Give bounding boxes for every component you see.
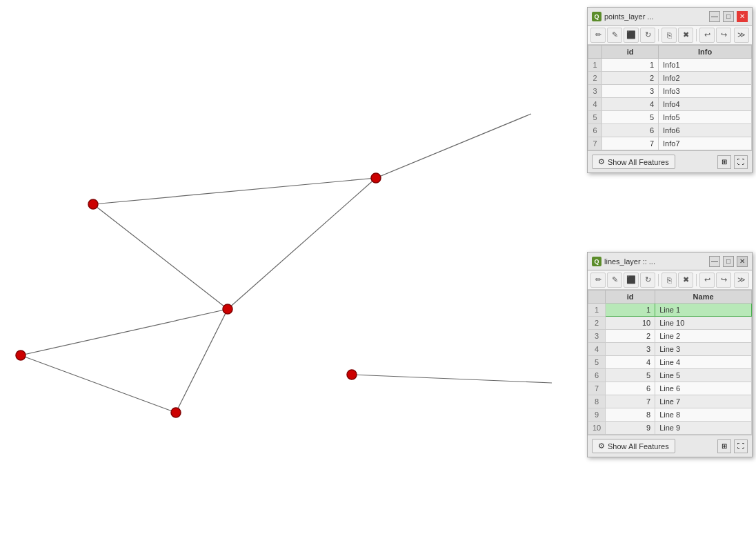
row-num: 3 (588, 330, 606, 343)
info-cell: Info3 (659, 85, 752, 98)
table-row[interactable]: 4 4 Info4 (588, 98, 752, 111)
panel2-toolbar: ✏ ✎ ⬛ ↻ ⎘ ✖ ↩ ↪ ≫ (588, 270, 752, 290)
row-num: 5 (588, 356, 606, 369)
panel2-copy-btn[interactable]: ⎘ (662, 273, 677, 288)
table-row[interactable]: 7 6 Line 6 (588, 382, 752, 395)
panel2-table-scroll[interactable]: id Name 1 1 Line 1 2 10 Line 10 3 2 Line… (588, 290, 752, 435)
name-cell: Line 8 (655, 408, 752, 422)
panel2-grid-icon[interactable]: ⊞ (717, 439, 731, 453)
panel1-titlebar: Q points_layer ... — □ ✕ (588, 8, 752, 26)
panel1-separator1 (658, 29, 659, 41)
row-num: 9 (588, 408, 606, 422)
panel2-redo-btn[interactable]: ↪ (716, 273, 731, 288)
panel1-undo-btn[interactable]: ↩ (699, 28, 715, 43)
panel2-separator1 (658, 274, 659, 286)
id-cell: 8 (606, 408, 655, 422)
table-row[interactable]: 6 6 Info6 (588, 124, 752, 137)
map-point (223, 304, 232, 314)
panel1-show-all-btn[interactable]: ⚙ Show All Features (592, 155, 675, 169)
table-row[interactable]: 1 1 Line 1 (588, 304, 752, 317)
table-row[interactable]: 2 2 Info2 (588, 72, 752, 85)
table-row[interactable]: 9 8 Line 8 (588, 408, 752, 422)
row-num: 1 (588, 304, 606, 317)
table-row[interactable]: 3 2 Line 2 (588, 330, 752, 343)
table-row[interactable]: 7 7 Info7 (588, 137, 752, 150)
panel2-save-btn[interactable]: ⬛ (624, 273, 639, 288)
info-cell: Info5 (659, 111, 752, 124)
map-line (228, 178, 376, 309)
panel1-bottombar: ⚙ Show All Features ⊞ ⛶ (588, 150, 752, 172)
panel1-minimize-btn[interactable]: — (709, 11, 720, 22)
map-line (93, 204, 228, 309)
map-line (352, 375, 552, 383)
panel1-title-buttons: — □ ✕ (709, 11, 748, 22)
panel1-refresh-btn[interactable]: ↻ (640, 28, 655, 43)
table-row[interactable]: 8 7 Line 7 (588, 395, 752, 408)
panel2-edit-btn[interactable]: ✎ (607, 273, 622, 288)
name-cell: Line 6 (655, 382, 752, 395)
panel1-table-scroll[interactable]: id Info 1 1 Info1 2 2 Info2 3 3 Info3 4 … (588, 45, 752, 150)
panel2-undo-btn[interactable]: ↩ (699, 273, 715, 288)
table-row[interactable]: 1 1 Info1 (588, 59, 752, 72)
panel2-title-buttons: — □ ✕ (709, 256, 748, 267)
panel2-more-btn[interactable]: ≫ (734, 273, 749, 288)
row-num: 10 (588, 422, 606, 435)
name-cell: Line 9 (655, 422, 752, 435)
panel1-col-info: Info (659, 46, 752, 59)
panel2-minimize-btn[interactable]: — (709, 256, 720, 267)
panel1-maximize-btn[interactable]: □ (723, 11, 734, 22)
panel1-pencil-btn[interactable]: ✏ (590, 28, 606, 43)
panel1-filter-icon: ⚙ (598, 157, 605, 166)
table-row[interactable]: 4 3 Line 3 (588, 343, 752, 356)
name-cell: Line 5 (655, 369, 752, 382)
map-line (21, 309, 228, 355)
row-num: 4 (588, 343, 606, 356)
id-cell: 3 (606, 343, 655, 356)
panel2-table: id Name 1 1 Line 1 2 10 Line 10 3 2 Line… (588, 290, 752, 435)
table-row[interactable]: 5 4 Line 4 (588, 356, 752, 369)
panel1-more-btn[interactable]: ≫ (734, 28, 749, 43)
panel1-redo-btn[interactable]: ↪ (716, 28, 731, 43)
table-row[interactable]: 10 9 Line 9 (588, 422, 752, 435)
table-row[interactable]: 6 5 Line 5 (588, 369, 752, 382)
map-point (347, 370, 357, 379)
panel2-filter-icon: ⚙ (598, 442, 605, 451)
panel2-pencil-btn[interactable]: ✏ (590, 273, 606, 288)
panel1-col-empty (588, 46, 602, 59)
panel1-expand-icon[interactable]: ⛶ (734, 155, 748, 169)
id-cell: 6 (602, 124, 659, 137)
name-cell: Line 2 (655, 330, 752, 343)
map-svg (0, 0, 573, 554)
points-layer-panel: Q points_layer ... — □ ✕ ✏ ✎ ⬛ ↻ ⎘ ✖ ↩ ↪… (587, 7, 753, 173)
row-num: 4 (588, 98, 602, 111)
panel1-copy-btn[interactable]: ⎘ (662, 28, 677, 43)
name-cell: Line 3 (655, 343, 752, 356)
panel2-delete-btn[interactable]: ✖ (678, 273, 693, 288)
panel2-show-all-btn[interactable]: ⚙ Show All Features (592, 439, 675, 453)
map-line (376, 114, 531, 178)
row-num: 2 (588, 317, 606, 330)
map-canvas (0, 0, 573, 554)
panel2-bottombar: ⚙ Show All Features ⊞ ⛶ (588, 435, 752, 457)
id-cell: 5 (606, 369, 655, 382)
map-line (21, 355, 176, 413)
panel1-close-btn[interactable]: ✕ (737, 11, 748, 22)
id-cell: 6 (606, 382, 655, 395)
panel1-grid-icon[interactable]: ⊞ (717, 155, 731, 169)
panel2-close-btn[interactable]: ✕ (737, 256, 748, 267)
name-cell: Line 7 (655, 395, 752, 408)
panel1-delete-btn[interactable]: ✖ (678, 28, 693, 43)
row-num: 2 (588, 72, 602, 85)
table-row[interactable]: 3 3 Info3 (588, 85, 752, 98)
table-row[interactable]: 2 10 Line 10 (588, 317, 752, 330)
panel1-save-btn[interactable]: ⬛ (624, 28, 639, 43)
panel2-maximize-btn[interactable]: □ (723, 256, 734, 267)
panel2-refresh-btn[interactable]: ↻ (640, 273, 655, 288)
row-num: 5 (588, 111, 602, 124)
panel2-icon: Q (592, 257, 601, 266)
table-row[interactable]: 5 5 Info5 (588, 111, 752, 124)
lines-layer-panel: Q lines_layer :: ... — □ ✕ ✏ ✎ ⬛ ↻ ⎘ ✖ ↩… (587, 252, 753, 457)
panel2-expand-icon[interactable]: ⛶ (734, 439, 748, 453)
panel2-titlebar: Q lines_layer :: ... — □ ✕ (588, 253, 752, 270)
panel1-edit-btn[interactable]: ✎ (607, 28, 622, 43)
